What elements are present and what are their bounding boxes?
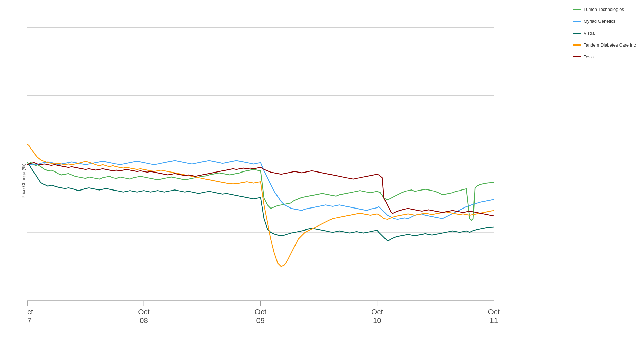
legend-item-tandem: Tandem Diabetes Care Inc xyxy=(573,42,637,48)
svg-text:10: 10 xyxy=(373,316,381,325)
y-axis-label: Price Change (%) xyxy=(21,164,26,199)
legend-label-tesla: Tesla xyxy=(584,54,594,60)
legend-item-myriad: Myriad Genetics xyxy=(573,19,637,24)
svg-text:07: 07 xyxy=(27,316,31,325)
svg-text:Oct: Oct xyxy=(488,308,500,316)
svg-text:08: 08 xyxy=(140,316,148,325)
legend-label-tandem: Tandem Diabetes Care Inc xyxy=(584,42,636,48)
legend-line-tandem xyxy=(573,44,581,46)
legend-line-vistra xyxy=(573,33,581,34)
legend-label-vistra: Vistra xyxy=(584,31,595,36)
chart-legend: Lumen Technologies Myriad Genetics Vistr… xyxy=(573,7,637,60)
legend-line-myriad xyxy=(573,21,581,22)
svg-text:Oct: Oct xyxy=(27,308,33,316)
legend-item-vistra: Vistra xyxy=(573,31,637,36)
svg-text:09: 09 xyxy=(256,316,265,325)
legend-item-lumen: Lumen Technologies xyxy=(573,7,637,13)
lumen-line xyxy=(27,162,494,220)
svg-text:Oct: Oct xyxy=(138,308,150,316)
svg-text:Oct: Oct xyxy=(255,308,267,316)
chart-area: 20.0 10.0 0.0 −10.0 −20.0 Oct 07 Oct 08 … xyxy=(27,7,569,335)
svg-text:11: 11 xyxy=(489,316,498,325)
svg-text:Oct: Oct xyxy=(371,308,383,316)
vistra-line xyxy=(27,164,494,241)
legend-line-tesla xyxy=(573,56,581,57)
legend-label-lumen: Lumen Technologies xyxy=(584,7,624,13)
legend-label-myriad: Myriad Genetics xyxy=(584,19,615,24)
legend-line-lumen xyxy=(573,9,581,10)
legend-item-tesla: Tesla xyxy=(573,54,637,60)
chart-container: Price Change (%) 20.0 10.0 0.0 −10.0 −20… xyxy=(0,0,644,362)
main-chart-svg: 20.0 10.0 0.0 −10.0 −20.0 Oct 07 Oct 08 … xyxy=(27,7,569,335)
